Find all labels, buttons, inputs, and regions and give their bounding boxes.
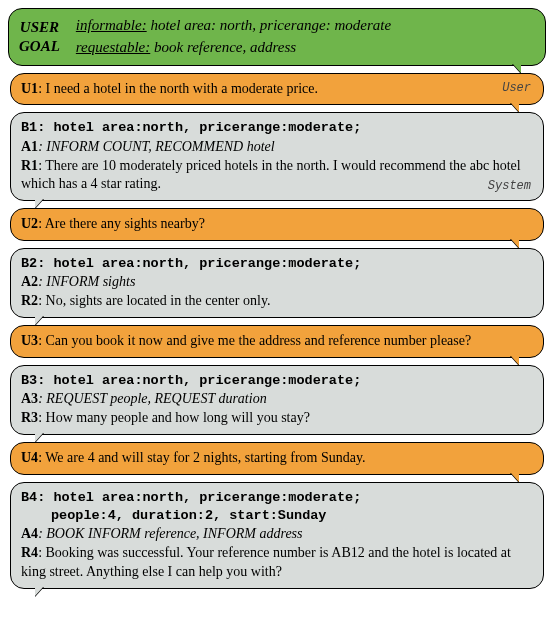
action-text: : INFORM COUNT, RECOMMEND hotel — [38, 139, 275, 154]
user-turn-text: : I need a hotel in the north with a mod… — [38, 81, 318, 96]
system-action: A1: INFORM COUNT, RECOMMEND hotel — [21, 138, 533, 157]
belief-text: : hotel area:north, pricerange:moderate; — [37, 256, 361, 271]
action-label: A2 — [21, 274, 38, 289]
user-turn-text: : We are 4 and will stay for 2 nights, s… — [38, 450, 365, 465]
requestable-kw: requestable: — [76, 39, 150, 55]
response-text: : There are 10 moderately priced hotels … — [21, 158, 521, 192]
role-tag-system: System — [488, 178, 531, 194]
system-bubble: B3: hotel area:north, pricerange:moderat… — [10, 365, 544, 435]
response-label: R4 — [21, 545, 38, 560]
goal-requestable: requestable: book reference, address — [76, 37, 391, 59]
belief-text: : hotel area:north, pricerange:moderate; — [37, 120, 361, 135]
informable-rest: hotel area: north, pricerange: moderate — [147, 17, 391, 33]
system-action: A4: BOOK INFORM reference, INFORM addres… — [21, 525, 533, 544]
user-bubble: U3: Can you book it now and give me the … — [10, 325, 544, 358]
bubble-tail — [510, 102, 519, 112]
system-bubble: B1: hotel area:north, pricerange:moderat… — [10, 112, 544, 201]
belief-label: B1 — [21, 120, 37, 135]
action-text: : REQUEST people, REQUEST duration — [38, 391, 267, 406]
response-text: : Booking was successful. Your reference… — [21, 545, 511, 579]
action-label: A3 — [21, 391, 38, 406]
action-label: A1 — [21, 139, 38, 154]
turns-container: U1: I need a hotel in the north with a m… — [8, 73, 546, 590]
action-text: : BOOK INFORM reference, INFORM address — [38, 526, 302, 541]
belief-state: B2: hotel area:north, pricerange:moderat… — [21, 255, 533, 273]
bubble-tail — [35, 315, 44, 325]
goal-left: USER GOAL — [19, 18, 64, 56]
goal-informable: informable: hotel area: north, pricerang… — [76, 15, 391, 37]
belief-label: B2 — [21, 256, 37, 271]
belief-text: : hotel area:north, pricerange:moderate; — [37, 373, 361, 388]
action-label: A4 — [21, 526, 38, 541]
user-turn-label: U2 — [21, 216, 38, 231]
user-bubble: U4: We are 4 and will stay for 2 nights,… — [10, 442, 544, 475]
bubble-tail — [35, 586, 44, 596]
bubble-tail — [35, 198, 44, 208]
belief-text-cont: people:4, duration:2, start:Sunday — [21, 507, 533, 525]
belief-state: B4: hotel area:north, pricerange:moderat… — [21, 489, 533, 525]
action-text: : INFORM sights — [38, 274, 135, 289]
system-action: A3: REQUEST people, REQUEST duration — [21, 390, 533, 409]
system-response: R3: How many people and how long will yo… — [21, 409, 533, 428]
goal-left-l2: GOAL — [19, 37, 60, 56]
system-response: R2: No, sights are located in the center… — [21, 292, 533, 311]
response-label: R1 — [21, 158, 38, 173]
belief-label: B4 — [21, 490, 37, 505]
user-turn-text: : Can you book it now and give me the ad… — [38, 333, 471, 348]
belief-text: : hotel area:north, pricerange:moderate; — [37, 490, 361, 505]
role-tag-user: User — [502, 80, 531, 96]
response-text: : No, sights are located in the center o… — [38, 293, 270, 308]
bubble-tail — [510, 238, 519, 248]
goal-right: informable: hotel area: north, pricerang… — [76, 15, 391, 59]
belief-state: B3: hotel area:north, pricerange:moderat… — [21, 372, 533, 390]
system-response: R1: There are 10 moderately priced hotel… — [21, 157, 533, 195]
response-text: : How many people and how long will you … — [38, 410, 310, 425]
bubble-tail — [510, 355, 519, 365]
user-goal-box: USER GOAL informable: hotel area: north,… — [8, 8, 546, 66]
user-bubble: U2: Are there any sights nearby? — [10, 208, 544, 241]
belief-state: B1: hotel area:north, pricerange:moderat… — [21, 119, 533, 137]
user-turn-text: : Are there any sights nearby? — [38, 216, 205, 231]
bubble-tail — [510, 472, 519, 482]
informable-kw: informable: — [76, 17, 147, 33]
response-label: R2 — [21, 293, 38, 308]
user-turn-label: U1 — [21, 81, 38, 96]
goal-left-l1: USER — [19, 18, 60, 37]
system-bubble: B2: hotel area:north, pricerange:moderat… — [10, 248, 544, 318]
user-turn-label: U4 — [21, 450, 38, 465]
system-action: A2: INFORM sights — [21, 273, 533, 292]
response-label: R3 — [21, 410, 38, 425]
belief-label: B3 — [21, 373, 37, 388]
system-response: R4: Booking was successful. Your referen… — [21, 544, 533, 582]
system-bubble: B4: hotel area:north, pricerange:moderat… — [10, 482, 544, 589]
user-bubble: U1: I need a hotel in the north with a m… — [10, 73, 544, 106]
goal-tail — [512, 63, 521, 73]
requestable-rest: book reference, address — [150, 39, 296, 55]
bubble-tail — [35, 432, 44, 442]
user-turn-label: U3 — [21, 333, 38, 348]
